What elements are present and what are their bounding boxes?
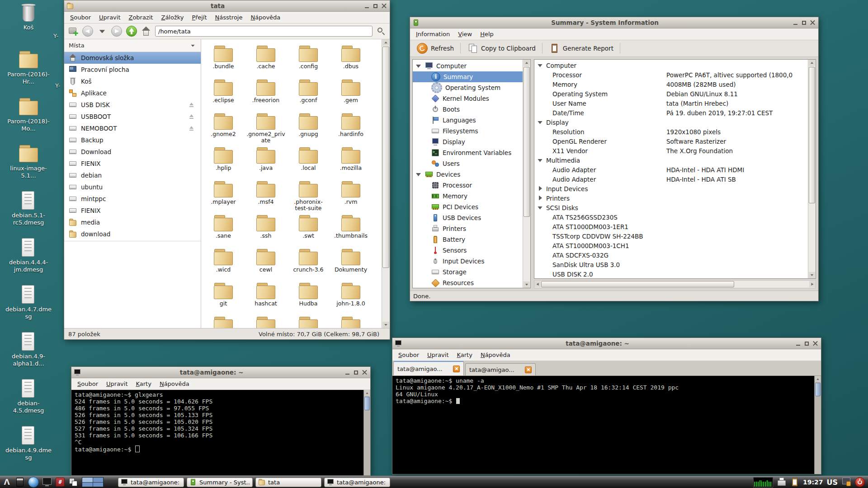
expander-icon[interactable]: [422, 280, 428, 286]
screen-icon[interactable]: [42, 477, 52, 487]
scroll-up-icon[interactable]: [382, 39, 389, 46]
file-item[interactable]: .local: [288, 146, 329, 180]
desktop-icon[interactable]: debian.4.4.4-jm.dmesg: [4, 238, 53, 285]
file-item[interactable]: .dbus: [330, 45, 372, 79]
workspace-cell[interactable]: [82, 478, 93, 482]
expander-icon[interactable]: [422, 84, 428, 91]
menu-item[interactable]: Upravit: [102, 380, 132, 387]
sidebar-item[interactable]: Backup: [64, 134, 201, 146]
file-item[interactable]: .hardinfo: [330, 113, 372, 146]
globe-icon[interactable]: [28, 477, 39, 488]
search-icon[interactable]: [377, 27, 386, 36]
network-monitor-icon[interactable]: [753, 477, 773, 488]
expander-icon[interactable]: [543, 129, 550, 135]
expander-icon[interactable]: [543, 100, 550, 107]
taskbar-window-button[interactable]: tata: [255, 478, 321, 487]
maximize-icon[interactable]: [801, 19, 807, 26]
desktop-icon[interactable]: Koš: [4, 3, 53, 50]
file-item[interactable]: .eclipse: [203, 79, 244, 113]
toolbar-button[interactable]: Refresh: [413, 42, 458, 55]
expander-icon[interactable]: [543, 72, 550, 78]
workspace-cell[interactable]: [82, 483, 93, 487]
menu-item[interactable]: Přejít: [188, 14, 211, 21]
menu-item[interactable]: Nápověda: [246, 14, 284, 21]
sidebar-item[interactable]: download: [64, 228, 201, 240]
scrollbar-thumb[interactable]: [364, 397, 370, 410]
file-item[interactable]: .java: [245, 146, 287, 180]
keyboard-layout-indicator[interactable]: US: [826, 478, 838, 487]
sidebar-item[interactable]: Koš: [64, 75, 201, 87]
places-selector[interactable]: Místa: [64, 39, 201, 52]
minimize-icon[interactable]: [344, 369, 351, 376]
file-item[interactable]: .mplayer: [203, 180, 244, 214]
menu-item[interactable]: Zobrazit: [125, 14, 157, 21]
tree-item[interactable]: Filesystems: [413, 126, 530, 136]
file-item[interactable]: .swt: [288, 214, 329, 248]
titlebar[interactable]: tata@amigaone: ~: [392, 338, 821, 349]
file-item[interactable]: .gnome2_private: [245, 113, 287, 146]
tree-item[interactable]: Boots: [413, 104, 530, 115]
expander-icon[interactable]: [422, 269, 428, 275]
scrollbar-thumb[interactable]: [815, 383, 821, 396]
minimize-icon[interactable]: [792, 19, 799, 26]
expander-icon[interactable]: [422, 128, 428, 134]
terminal-tab[interactable]: tata@amigao...: [465, 363, 536, 375]
tab-close-icon[interactable]: [453, 366, 460, 372]
sidebar-item[interactable]: Aplikace: [64, 87, 201, 99]
scrollbar-vertical[interactable]: [814, 376, 821, 474]
sidebar-item[interactable]: FIENIX: [64, 205, 201, 216]
sidebar-item[interactable]: NEMOBOOT: [64, 122, 201, 134]
file-item[interactable]: .gnupg: [288, 113, 329, 146]
tree-item[interactable]: Computer: [413, 61, 530, 71]
terminal-screen[interactable]: tata@amigaone:~$ uname -aLinux amigaone …: [392, 376, 821, 474]
tree-item[interactable]: Resources: [413, 277, 530, 288]
scroll-down-icon[interactable]: [524, 282, 530, 288]
sidebar-item[interactable]: USBBOOT: [64, 111, 201, 122]
file-item[interactable]: .msf4: [245, 180, 287, 214]
file-item[interactable]: [330, 316, 372, 328]
forward-icon[interactable]: [111, 26, 122, 37]
file-item[interactable]: [245, 316, 287, 328]
expander-icon[interactable]: [543, 252, 550, 258]
menu-item[interactable]: Soubor: [73, 380, 102, 387]
file-item[interactable]: .freeorion: [245, 79, 287, 113]
menu-item[interactable]: Karty: [453, 352, 476, 358]
expander-icon[interactable]: [422, 117, 428, 123]
expander-icon[interactable]: [543, 176, 550, 183]
file-item[interactable]: .bundle: [203, 45, 244, 79]
scrollbar-vertical[interactable]: [363, 390, 370, 475]
tree-item[interactable]: Memory: [413, 191, 530, 202]
eject-icon[interactable]: [188, 125, 195, 132]
titlebar[interactable]: Summary - System Information: [410, 17, 818, 28]
file-item[interactable]: git: [203, 282, 244, 316]
eject-icon[interactable]: [188, 102, 195, 108]
expander-icon[interactable]: [415, 171, 422, 178]
workspace-cell[interactable]: [93, 483, 104, 487]
menu-item[interactable]: View: [454, 31, 476, 38]
workspace-switcher[interactable]: [82, 477, 104, 487]
close-icon[interactable]: [381, 3, 387, 9]
sidebar-item[interactable]: mintppc: [64, 193, 201, 205]
tree-item[interactable]: Languages: [413, 115, 530, 126]
scrollbar-thumb[interactable]: [524, 67, 530, 217]
expander-icon[interactable]: [543, 233, 550, 239]
menu-item[interactable]: Upravit: [423, 352, 453, 358]
expander-icon[interactable]: [537, 186, 543, 192]
tree-item[interactable]: Input Devices: [413, 256, 530, 267]
expander-icon[interactable]: [422, 139, 428, 145]
scroll-up-icon[interactable]: [524, 60, 530, 66]
desktop-icon[interactable]: debian-4.5.dmesg: [4, 379, 53, 426]
expander-icon[interactable]: [543, 138, 550, 145]
location-input[interactable]: [155, 26, 373, 37]
scrollbar-thumb[interactable]: [541, 281, 734, 287]
menu-item[interactable]: Information: [412, 31, 454, 38]
titlebar[interactable]: tata@amigaone: ~: [71, 367, 370, 378]
expander-icon[interactable]: [537, 119, 543, 126]
file-item[interactable]: .sane: [203, 214, 244, 248]
scroll-up-icon[interactable]: [364, 390, 370, 396]
tree-item[interactable]: Summary: [413, 71, 530, 82]
expander-icon[interactable]: [543, 148, 550, 154]
file-item[interactable]: .wicd: [203, 248, 244, 282]
tree-item[interactable]: Printers: [413, 223, 530, 234]
windows-icon[interactable]: [68, 477, 78, 487]
